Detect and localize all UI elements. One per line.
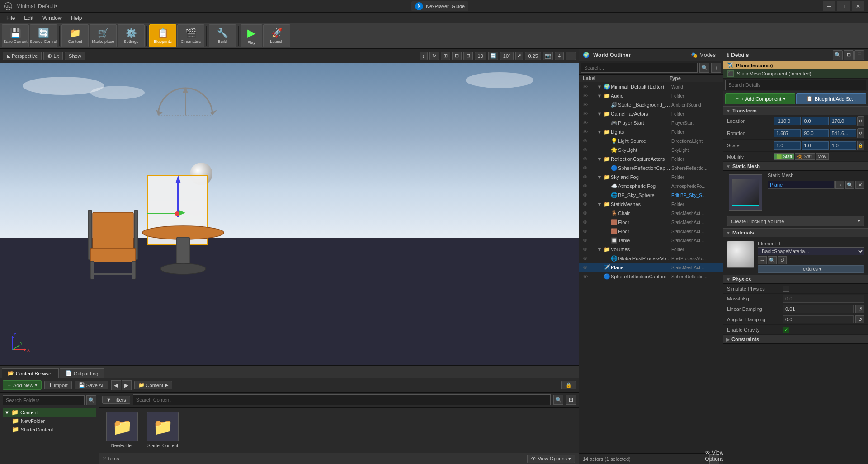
show-button[interactable]: Show — [65, 52, 85, 60]
angular-damping-reset[interactable]: ↺ — [855, 315, 864, 323]
tree-item-table[interactable]: 👁 🔲 Table StaticMeshAct... — [579, 236, 723, 245]
rotation-z-input[interactable] — [830, 129, 856, 137]
materials-section-header[interactable]: ▼ Materials — [723, 228, 868, 237]
add-component-button[interactable]: ＋ + Add Component ▾ — [725, 93, 795, 104]
mobility-stationary-button[interactable]: 🔆 Stati — [795, 153, 815, 160]
tree-item-bgcue[interactable]: 👁 🔊 Starter_Background_Cue AmbientSound — [579, 100, 723, 109]
outliner-search-input[interactable] — [581, 63, 698, 73]
view-options-button[interactable]: 👁 View Options ▾ — [527, 455, 575, 463]
menu-file[interactable]: File — [2, 14, 19, 22]
rotation-reset-button[interactable]: ↺ — [857, 128, 864, 138]
output-log-tab[interactable]: 📄 Output Log — [60, 368, 104, 378]
expand-world[interactable]: ▼ — [596, 84, 603, 89]
tree-item-lightsource[interactable]: 👁 💡 Light Source DirectionalLight — [579, 136, 723, 145]
tree-item-floor1[interactable]: 👁 🟫 Floor StaticMeshAct... — [579, 218, 723, 227]
expand-volumes[interactable]: ▼ — [596, 247, 603, 252]
search-content-input[interactable] — [133, 394, 551, 405]
cinematics-button[interactable]: 🎬 Cinematics — [177, 24, 204, 47]
content-browser-tab[interactable]: 📂 Content Browser — [2, 368, 59, 378]
angular-damping-input[interactable] — [783, 315, 854, 323]
outliner-add-button[interactable]: ＋ — [711, 63, 721, 73]
camera-speed-button[interactable]: 📷 — [543, 52, 553, 60]
tree-item-skylight[interactable]: 👁 🌟 SkyLight SkyLight — [579, 145, 723, 155]
maximize-button[interactable]: □ — [837, 1, 850, 11]
launch-button[interactable]: 🚀 Launch — [263, 24, 290, 47]
modes-button[interactable]: 🎭 Modes — [687, 51, 719, 59]
search-content-button[interactable]: 🔍 — [553, 395, 563, 405]
expand-gameplay[interactable]: ▼ — [596, 111, 603, 117]
physics-section-header[interactable]: ▼ Physics — [723, 275, 868, 284]
mesh-name-input[interactable] — [768, 181, 835, 189]
tree-item-lights[interactable]: 👁 ▼ 📁 Lights Folder — [579, 127, 723, 136]
outliner-search-button[interactable]: 🔍 — [699, 63, 709, 73]
mat-search-button[interactable]: 🔍 — [768, 256, 777, 264]
translate-button[interactable]: ↕ — [420, 52, 428, 60]
search-folders-button[interactable]: 🔍 — [86, 395, 96, 405]
location-y-input[interactable] — [802, 117, 828, 125]
asset-starter-content[interactable]: 📁 Starter Content — [145, 412, 181, 448]
expand-skyfog[interactable]: ▼ — [596, 174, 603, 180]
tree-item-sphere1[interactable]: 👁 🔵 SphereReflectionCapture1 SphereRefle… — [579, 164, 723, 173]
tree-item-sphere2[interactable]: 👁 🔵 SphereReflectionCapture SphereReflec… — [579, 272, 723, 281]
asset-new-folder[interactable]: 📁 NewFolder — [104, 412, 140, 448]
view-options-outliner-button[interactable]: 👁 View Options ▾ — [709, 454, 719, 464]
create-blocking-volume-button[interactable]: Create Blocking Volume ▾ — [727, 216, 864, 226]
expand-reflection[interactable]: ▼ — [596, 156, 603, 162]
tree-item-chair[interactable]: 👁 🪑 Chair StaticMeshAct... — [579, 209, 723, 218]
search-folders-input[interactable] — [3, 395, 85, 405]
maximize-viewport-button[interactable]: ⛶ — [566, 52, 576, 60]
transform-section-header[interactable]: ▼ Transform — [723, 106, 868, 115]
details-search-button[interactable]: 🔍 — [833, 50, 843, 60]
nav-back-button[interactable]: ◀ — [111, 380, 121, 390]
tree-item-bpsky[interactable]: 👁 🌐 BP_Sky_Sphere Edit BP_Sky_S... — [579, 191, 723, 200]
location-x-input[interactable] — [774, 117, 801, 125]
scale-y-input[interactable] — [802, 141, 828, 150]
tree-item-staticmeshes[interactable]: 👁 ▼ 📁 StaticMeshes Folder — [579, 200, 723, 209]
menu-help[interactable]: Help — [66, 14, 87, 22]
search-components-input[interactable] — [725, 80, 866, 90]
folder-content-item[interactable]: ▼ 📁 Content — [3, 408, 96, 417]
play-button[interactable]: ▶ Play — [241, 24, 262, 47]
minimize-button[interactable]: ─ — [823, 1, 835, 11]
scale-snap-toggle[interactable]: ⤢ — [515, 52, 523, 60]
mesh-arrow-button[interactable]: → — [835, 181, 844, 189]
build-button[interactable]: 🔧 Build — [209, 24, 236, 47]
save-button[interactable]: 💾 Save Current — [2, 24, 29, 47]
source-control-button[interactable]: 🔄 Source Control — [30, 24, 57, 47]
mat-clear-button[interactable]: ↺ — [778, 256, 787, 264]
tree-item-postprocess[interactable]: 👁 🌐 GlobalPostProcessVolume PostProcessV… — [579, 254, 723, 263]
mobility-static-button[interactable]: 🟩 Stati — [774, 153, 794, 160]
save-all-button[interactable]: 💾 Save All — [75, 381, 108, 389]
snap-grid-button[interactable]: ⊞ — [463, 52, 473, 60]
expand-staticmeshes[interactable]: ▼ — [596, 202, 603, 207]
rotation-y-input[interactable] — [802, 129, 828, 137]
rotate-button[interactable]: ↻ — [429, 52, 439, 60]
blueprints-button[interactable]: 📋 Blueprints — [149, 24, 176, 47]
tree-item-floor2[interactable]: 👁 🟫 Floor StaticMeshAct... — [579, 227, 723, 236]
mesh-clear-button[interactable]: ✕ — [855, 181, 864, 189]
rotate-snap-toggle[interactable]: 🔄 — [488, 52, 498, 60]
linear-damping-input[interactable] — [783, 305, 854, 313]
tree-item-world[interactable]: 👁 ▼ 🌍 Minimal_Default (Editor) World — [579, 82, 723, 91]
rotation-x-input[interactable] — [774, 129, 801, 137]
add-new-button[interactable]: ＋ Add New ▾ — [3, 380, 42, 390]
scale-x-input[interactable] — [774, 141, 801, 150]
location-reset-button[interactable]: ↺ — [857, 116, 864, 126]
scale-lock-button[interactable]: 🔒 — [857, 141, 864, 150]
tree-item-audio[interactable]: 👁 ▼ 📁 Audio Folder — [579, 91, 723, 100]
mesh-search-button[interactable]: 🔍 — [845, 181, 854, 189]
nav-forward-button[interactable]: ▶ — [122, 380, 132, 390]
enable-gravity-checkbox[interactable] — [783, 327, 789, 333]
snap-toggle[interactable]: ⊡ — [452, 52, 462, 60]
blueprint-button[interactable]: 📋 Blueprint/Add Sc... — [796, 93, 866, 104]
marketplace-button[interactable]: 🛒 Marketplace — [90, 24, 117, 47]
column-label[interactable]: Label — [583, 75, 670, 81]
content-button[interactable]: 📁 Content — [61, 24, 89, 47]
content-settings-button[interactable]: ⊞ — [566, 395, 576, 405]
lock-button[interactable]: 🔒 — [561, 381, 576, 389]
tree-item-gameplay[interactable]: 👁 ▼ 📁 GamePlayActors Folder — [579, 109, 723, 118]
mobility-movable-button[interactable]: Mov — [816, 153, 829, 160]
material-name-select[interactable]: BasicShapeMateria... — [758, 247, 864, 255]
filters-button[interactable]: ▼ Filters — [102, 396, 130, 404]
perspective-button[interactable]: ◣ Perspective — [3, 52, 42, 60]
